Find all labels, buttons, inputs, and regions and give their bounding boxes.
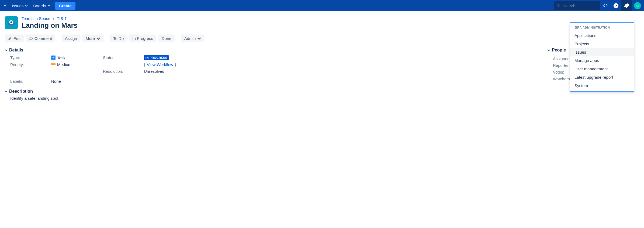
face-icon — [635, 4, 640, 8]
left-column: Details Type: Task Status: IN PROGRESS P… — [5, 48, 542, 101]
avatar — [634, 2, 641, 9]
transition-todo-button[interactable]: To Do — [110, 34, 127, 42]
svg-point-2 — [636, 5, 637, 6]
dropdown-item[interactable]: Applications — [570, 31, 634, 40]
create-button[interactable]: Create — [55, 2, 75, 10]
breadcrumb-separator: / — [53, 16, 54, 21]
chevron-down-icon — [548, 49, 550, 51]
more-button[interactable]: More — [82, 34, 103, 42]
admin-label: Admin — [184, 36, 196, 41]
assign-label: Assign — [65, 36, 77, 41]
issue-title-block: Teams in Space / TIS-1 Landing on Mars — [22, 16, 78, 30]
description-title: Description — [9, 89, 33, 94]
search-icon — [557, 4, 560, 8]
breadcrumb-project[interactable]: Teams in Space — [22, 16, 50, 21]
svg-point-3 — [638, 5, 639, 6]
feedback-icon-button[interactable] — [600, 0, 611, 11]
nav-issues[interactable]: Issues — [9, 0, 30, 11]
dropdown-item[interactable]: Issues — [570, 48, 634, 56]
search-box[interactable] — [554, 1, 600, 10]
view-workflow-link[interactable]: View Workflow — [147, 62, 173, 67]
transition-inprogress-label: In Progress — [132, 36, 153, 41]
check-icon — [52, 56, 55, 59]
top-nav: Issues Boards Create ? — [0, 0, 644, 11]
transition-todo-label: To Do — [113, 36, 124, 41]
type-text: Task — [57, 56, 65, 60]
status-value: IN PROGRESS — [144, 55, 192, 60]
megaphone-icon — [603, 3, 608, 8]
admin-dropdown: JIRA ADMINISTRATION ApplicationsProjects… — [570, 22, 634, 92]
chevron-down-icon — [4, 4, 6, 7]
transition-inprogress-button[interactable]: In Progress — [129, 34, 156, 42]
comment-icon — [29, 37, 33, 40]
comment-label: Comment — [34, 36, 52, 41]
description-panel: Description Identify a safe landing spot… — [5, 89, 542, 101]
transition-done-label: Done — [162, 36, 171, 41]
priority-label: Priority: — [10, 62, 48, 67]
search-input[interactable] — [563, 4, 597, 8]
issue-header: Teams in Space / TIS-1 Landing on Mars — [5, 16, 639, 30]
chevron-down-icon — [48, 4, 50, 7]
chevron-down-icon — [25, 4, 28, 7]
dropdown-item[interactable]: Latest upgrade report — [570, 73, 634, 81]
page-content: JIRA ADMINISTRATION ApplicationsProjects… — [0, 11, 644, 105]
breadcrumb: Teams in Space / TIS-1 — [22, 16, 78, 21]
issue-title: Landing on Mars — [22, 21, 78, 30]
dropdown-item[interactable]: Projects — [570, 40, 634, 48]
svg-text:?: ? — [615, 4, 617, 8]
people-title: People — [552, 48, 566, 53]
ufo-icon — [6, 18, 16, 27]
description-text: Identify a safe landing spot. — [5, 96, 542, 101]
nav-boards[interactable]: Boards — [30, 0, 53, 11]
labels-label: Labels: — [10, 79, 48, 84]
chevron-down-icon — [5, 49, 8, 51]
chevron-down-icon — [197, 37, 201, 40]
help-icon-button[interactable]: ? — [611, 0, 621, 11]
dropdown-item[interactable]: System — [570, 81, 634, 90]
details-title: Details — [9, 48, 23, 53]
priority-text: Medium — [57, 62, 71, 67]
settings-icon-button[interactable] — [621, 0, 632, 11]
pencil-icon — [8, 37, 12, 40]
issue-toolbar: Edit Comment Assign More To Do In Progre… — [5, 34, 639, 42]
admin-button[interactable]: Admin — [181, 34, 205, 42]
details-grid: Type: Task Status: IN PROGRESS Priority: — [5, 55, 542, 84]
resolution-value: Unresolved — [144, 69, 192, 74]
details-panel: Details Type: Task Status: IN PROGRESS P… — [5, 48, 542, 84]
dropdown-item[interactable]: Manage apps — [570, 56, 634, 65]
priority-medium-icon — [51, 63, 56, 66]
edit-button[interactable]: Edit — [5, 34, 24, 42]
help-icon: ? — [613, 3, 619, 9]
breadcrumb-issue-key[interactable]: TIS-1 — [57, 16, 67, 21]
chevron-down-icon — [5, 90, 8, 93]
status-lozenge: IN PROGRESS — [144, 55, 169, 60]
edit-label: Edit — [13, 36, 20, 41]
nav-right: ? — [554, 0, 643, 11]
profile-button[interactable] — [632, 0, 643, 11]
chevron-down-icon — [96, 37, 100, 40]
task-icon — [51, 56, 56, 60]
description-toggle[interactable]: Description — [5, 89, 542, 94]
dropdown-heading: JIRA ADMINISTRATION — [570, 26, 634, 31]
assign-button[interactable]: Assign — [62, 34, 80, 42]
type-label: Type: — [10, 55, 48, 60]
comment-button[interactable]: Comment — [26, 34, 55, 42]
type-value: Task — [51, 55, 100, 60]
issue-columns: Details Type: Task Status: IN PROGRESS P… — [5, 48, 639, 101]
nav-left: Issues Boards Create — [1, 0, 75, 11]
project-avatar — [5, 16, 18, 29]
view-workflow-wrap: (View Workflow) — [144, 62, 192, 67]
app-switcher-chevron[interactable] — [1, 0, 9, 11]
transition-done-button[interactable]: Done — [158, 34, 175, 42]
labels-value: None — [51, 79, 100, 84]
status-label: Status: — [103, 55, 141, 60]
gear-icon — [624, 3, 630, 9]
details-toggle[interactable]: Details — [5, 48, 542, 53]
resolution-label: Resolution: — [103, 69, 141, 74]
more-label: More — [86, 36, 95, 41]
nav-boards-label: Boards — [33, 4, 46, 8]
svg-point-7 — [11, 22, 12, 23]
nav-issues-label: Issues — [12, 4, 23, 8]
priority-value: Medium — [51, 62, 100, 67]
dropdown-item[interactable]: User management — [570, 65, 634, 73]
